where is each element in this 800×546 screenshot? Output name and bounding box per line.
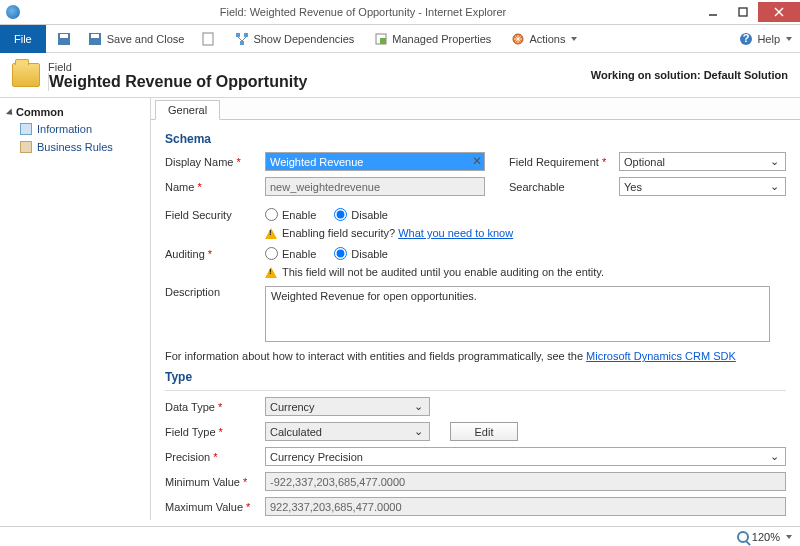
show-dep-label: Show Dependencies xyxy=(253,33,354,45)
save-button[interactable] xyxy=(49,26,80,52)
field-requirement-select[interactable]: Optional⌄ xyxy=(619,152,786,171)
fs-disable-option[interactable]: Disable xyxy=(334,208,388,221)
save-icon xyxy=(57,31,72,46)
audit-warn-text: This field will not be audited until you… xyxy=(282,266,604,278)
sidebar-item-information[interactable]: Information xyxy=(4,120,146,138)
audit-enable-radio[interactable] xyxy=(265,247,278,260)
precision-select[interactable]: Currency Precision⌄ xyxy=(265,447,786,466)
minimize-button[interactable] xyxy=(698,2,728,22)
field-requirement-label: Field Requirement xyxy=(509,156,619,168)
field-type-select[interactable]: Calculated⌄ xyxy=(265,422,430,441)
audit-enable-option[interactable]: Enable xyxy=(265,247,316,260)
title-bar: Field: Weighted Revenue of Opportunity -… xyxy=(0,0,800,25)
main-panel: General Schema Display Name ✕ Name xyxy=(150,98,800,520)
description-label: Description xyxy=(165,286,265,298)
file-menu[interactable]: File xyxy=(0,25,46,53)
folder-icon xyxy=(12,63,40,87)
breadcrumb: Field xyxy=(48,61,307,73)
svg-rect-8 xyxy=(203,33,213,45)
min-value-label: Minimum Value xyxy=(165,476,265,488)
sdk-link[interactable]: Microsoft Dynamics CRM SDK xyxy=(586,350,736,362)
fs-warning: Enabling field security? What you need t… xyxy=(265,227,786,239)
sdk-info: For information about how to interact wi… xyxy=(165,350,786,362)
close-button[interactable] xyxy=(758,2,800,22)
data-type-select[interactable]: Currency⌄ xyxy=(265,397,430,416)
clear-icon[interactable]: ✕ xyxy=(472,154,482,168)
divider xyxy=(165,390,786,391)
managed-label: Managed Properties xyxy=(392,33,491,45)
min-value-input xyxy=(265,472,786,491)
svg-rect-10 xyxy=(244,33,248,37)
fs-enable-radio[interactable] xyxy=(265,208,278,221)
max-value-input xyxy=(265,497,786,516)
svg-line-12 xyxy=(238,37,242,41)
select-value: Currency xyxy=(270,401,315,413)
dependencies-icon xyxy=(234,31,249,46)
select-value: Optional xyxy=(624,156,665,168)
disable-label: Disable xyxy=(351,248,388,260)
section-schema-title: Schema xyxy=(165,132,786,146)
field-security-label: Field Security xyxy=(165,209,265,221)
svg-rect-1 xyxy=(739,8,747,16)
help-icon: ? xyxy=(738,31,753,46)
new-icon xyxy=(200,31,215,46)
rules-icon xyxy=(20,141,32,153)
fs-warn-link[interactable]: What you need to know xyxy=(398,227,513,239)
actions-menu[interactable]: Actions xyxy=(502,26,585,52)
managed-icon xyxy=(373,31,388,46)
fs-disable-radio[interactable] xyxy=(334,208,347,221)
page-title: Weighted Revenue of Opportunity xyxy=(48,73,307,91)
chevron-down-icon[interactable] xyxy=(786,535,792,539)
svg-rect-7 xyxy=(91,34,99,38)
audit-warning: This field will not be audited until you… xyxy=(265,266,786,278)
edit-button[interactable]: Edit xyxy=(450,422,518,441)
expand-icon xyxy=(6,108,15,117)
save-close-icon xyxy=(88,31,103,46)
precision-label: Precision xyxy=(165,451,265,463)
enable-label: Enable xyxy=(282,248,316,260)
managed-properties-button[interactable]: Managed Properties xyxy=(365,26,499,52)
form: Schema Display Name ✕ Name xyxy=(151,120,800,520)
audit-disable-radio[interactable] xyxy=(334,247,347,260)
zoom-level: 120% xyxy=(752,531,780,543)
actions-icon xyxy=(510,31,525,46)
svg-text:?: ? xyxy=(743,32,750,44)
sidebar-group-common[interactable]: Common xyxy=(4,104,146,120)
zoom-icon xyxy=(737,531,749,543)
help-menu[interactable]: ?Help xyxy=(730,26,800,52)
maximize-button[interactable] xyxy=(728,2,758,22)
audit-disable-option[interactable]: Disable xyxy=(334,247,388,260)
select-value: Currency Precision xyxy=(270,451,363,463)
svg-rect-5 xyxy=(60,34,68,38)
help-label: Help xyxy=(757,33,780,45)
info-icon xyxy=(20,123,32,135)
searchable-select[interactable]: Yes⌄ xyxy=(619,177,786,196)
save-and-close-button[interactable]: Save and Close xyxy=(80,26,193,52)
display-name-input[interactable] xyxy=(265,152,485,171)
tab-general[interactable]: General xyxy=(155,100,220,120)
description-input[interactable] xyxy=(265,286,770,342)
sdk-prefix: For information about how to interact wi… xyxy=(165,350,586,362)
name-input xyxy=(265,177,485,196)
sidebar-item-business-rules[interactable]: Business Rules xyxy=(4,138,146,156)
auditing-label: Auditing xyxy=(165,248,265,260)
field-type-label: Field Type xyxy=(165,426,265,438)
disable-label: Disable xyxy=(351,209,388,221)
sidebar-item-label: Information xyxy=(37,123,92,135)
new-button[interactable] xyxy=(192,26,223,52)
edit-label: Edit xyxy=(475,426,494,438)
name-label: Name xyxy=(165,181,265,193)
status-bar: 120% xyxy=(0,526,800,546)
svg-rect-9 xyxy=(236,33,240,37)
chevron-down-icon xyxy=(571,37,577,41)
fs-enable-option[interactable]: Enable xyxy=(265,208,316,221)
body: Common Information Business Rules Genera… xyxy=(0,97,800,520)
file-label: File xyxy=(14,33,32,45)
chevron-down-icon: ⌄ xyxy=(411,400,425,413)
ribbon: File Save and Close Show Dependencies Ma… xyxy=(0,25,800,53)
svg-line-13 xyxy=(242,37,246,41)
show-dependencies-button[interactable]: Show Dependencies xyxy=(226,26,362,52)
page-header: Field Weighted Revenue of Opportunity Wo… xyxy=(0,53,800,97)
enable-label: Enable xyxy=(282,209,316,221)
section-type-title: Type xyxy=(165,370,786,384)
